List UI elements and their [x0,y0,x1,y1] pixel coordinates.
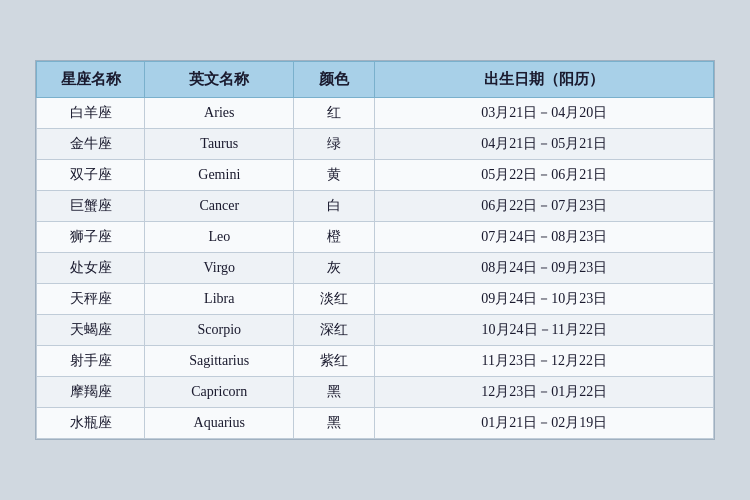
table-row: 处女座Virgo灰08月24日－09月23日 [37,253,714,284]
cell-date: 11月23日－12月22日 [375,346,714,377]
cell-chinese: 白羊座 [37,98,145,129]
cell-date: 10月24日－11月22日 [375,315,714,346]
cell-color: 淡红 [294,284,375,315]
cell-chinese: 天蝎座 [37,315,145,346]
cell-date: 08月24日－09月23日 [375,253,714,284]
cell-color: 橙 [294,222,375,253]
cell-english: Cancer [145,191,294,222]
cell-chinese: 水瓶座 [37,408,145,439]
cell-english: Gemini [145,160,294,191]
cell-color: 灰 [294,253,375,284]
cell-english: Leo [145,222,294,253]
table-row: 巨蟹座Cancer白06月22日－07月23日 [37,191,714,222]
cell-chinese: 金牛座 [37,129,145,160]
cell-date: 12月23日－01月22日 [375,377,714,408]
cell-chinese: 处女座 [37,253,145,284]
cell-chinese: 射手座 [37,346,145,377]
cell-color: 红 [294,98,375,129]
cell-color: 黑 [294,377,375,408]
table-row: 白羊座Aries红03月21日－04月20日 [37,98,714,129]
cell-color: 紫红 [294,346,375,377]
header-date: 出生日期（阳历） [375,62,714,98]
table-row: 天蝎座Scorpio深红10月24日－11月22日 [37,315,714,346]
cell-color: 深红 [294,315,375,346]
cell-english: Aquarius [145,408,294,439]
header-english: 英文名称 [145,62,294,98]
cell-chinese: 双子座 [37,160,145,191]
table-row: 射手座Sagittarius紫红11月23日－12月22日 [37,346,714,377]
cell-english: Aries [145,98,294,129]
table-header-row: 星座名称 英文名称 颜色 出生日期（阳历） [37,62,714,98]
table-row: 天秤座Libra淡红09月24日－10月23日 [37,284,714,315]
cell-color: 绿 [294,129,375,160]
cell-date: 04月21日－05月21日 [375,129,714,160]
zodiac-table-container: 星座名称 英文名称 颜色 出生日期（阳历） 白羊座Aries红03月21日－04… [35,60,715,440]
table-row: 金牛座Taurus绿04月21日－05月21日 [37,129,714,160]
cell-english: Scorpio [145,315,294,346]
cell-chinese: 巨蟹座 [37,191,145,222]
cell-chinese: 狮子座 [37,222,145,253]
cell-english: Sagittarius [145,346,294,377]
cell-color: 白 [294,191,375,222]
cell-english: Libra [145,284,294,315]
table-row: 狮子座Leo橙07月24日－08月23日 [37,222,714,253]
table-row: 水瓶座Aquarius黑01月21日－02月19日 [37,408,714,439]
table-row: 摩羯座Capricorn黑12月23日－01月22日 [37,377,714,408]
cell-date: 09月24日－10月23日 [375,284,714,315]
cell-date: 05月22日－06月21日 [375,160,714,191]
cell-chinese: 摩羯座 [37,377,145,408]
zodiac-table: 星座名称 英文名称 颜色 出生日期（阳历） 白羊座Aries红03月21日－04… [36,61,714,439]
cell-date: 06月22日－07月23日 [375,191,714,222]
table-row: 双子座Gemini黄05月22日－06月21日 [37,160,714,191]
cell-date: 01月21日－02月19日 [375,408,714,439]
header-color: 颜色 [294,62,375,98]
cell-color: 黄 [294,160,375,191]
header-chinese: 星座名称 [37,62,145,98]
cell-english: Taurus [145,129,294,160]
cell-english: Capricorn [145,377,294,408]
cell-chinese: 天秤座 [37,284,145,315]
cell-color: 黑 [294,408,375,439]
cell-date: 03月21日－04月20日 [375,98,714,129]
cell-date: 07月24日－08月23日 [375,222,714,253]
table-body: 白羊座Aries红03月21日－04月20日金牛座Taurus绿04月21日－0… [37,98,714,439]
cell-english: Virgo [145,253,294,284]
